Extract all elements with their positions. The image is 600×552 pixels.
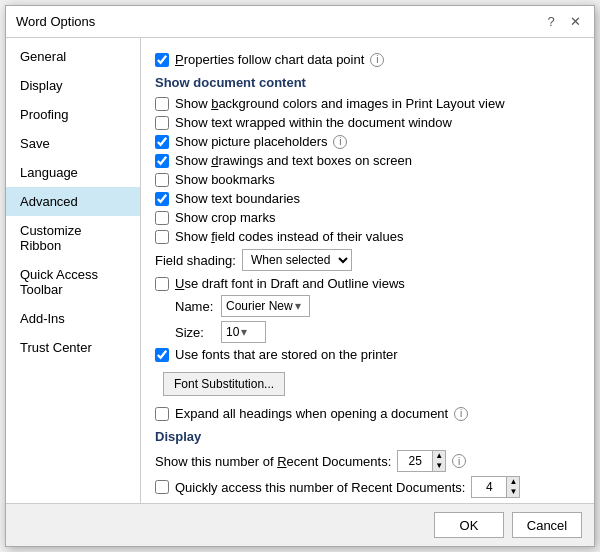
bookmarks-checkbox[interactable] [155,173,169,187]
expand-headings-row: Expand all headings when opening a docum… [155,406,580,421]
sidebar-item-trust-center[interactable]: Trust Center [6,333,140,362]
text-wrap-label[interactable]: Show text wrapped within the document wi… [175,115,452,130]
crop-marks-label[interactable]: Show crop marks [175,210,275,225]
close-button[interactable]: ✕ [566,13,584,31]
bookmarks-row: Show bookmarks [155,172,580,187]
sidebar-item-proofing[interactable]: Proofing [6,100,140,129]
recent-docs-input[interactable] [397,450,432,472]
draft-font-checkbox[interactable] [155,277,169,291]
bookmarks-label[interactable]: Show bookmarks [175,172,275,187]
font-substitution-button[interactable]: Font Substitution... [163,372,285,396]
quick-access-recent-checkbox[interactable] [155,480,169,494]
recent-docs-up-btn[interactable]: ▲ [433,451,445,461]
use-fonts-printer-row: Use fonts that are stored on the printer [155,347,580,362]
sidebar: General Display Proofing Save Language A… [6,38,141,503]
quick-access-spinner: ▲ ▼ [506,476,520,498]
recent-docs-down-btn[interactable]: ▼ [433,461,445,471]
recent-docs-row: Show this number of Recent Documents: ▲ … [155,450,580,472]
drawings-label[interactable]: Show drawings and text boxes on screen [175,153,412,168]
text-wrap-checkbox[interactable] [155,116,169,130]
sidebar-item-language[interactable]: Language [6,158,140,187]
font-name-dropdown-icon[interactable]: ▾ [295,299,305,313]
expand-headings-info-icon: i [454,407,468,421]
field-shading-row: Field shading: When selected Always Neve… [155,249,580,271]
font-size-dropdown-icon[interactable]: ▾ [241,325,251,339]
word-options-dialog: Word Options ? ✕ General Display Proofin… [5,5,595,547]
display-section-header: Display [155,429,580,444]
font-size-label: Size: [175,325,215,340]
pic-placeholders-checkbox[interactable] [155,135,169,149]
crop-marks-row: Show crop marks [155,210,580,225]
expand-headings-label[interactable]: Expand all headings when opening a docum… [175,406,448,421]
properties-chart-label[interactable]: Properties follow chart data point [175,52,364,67]
quick-access-field: ▲ ▼ [471,476,520,498]
draft-font-label[interactable]: Use draft font in Draft and Outline view… [175,276,405,291]
expand-headings-checkbox[interactable] [155,407,169,421]
ok-button[interactable]: OK [434,512,504,538]
draft-font-row: Use draft font in Draft and Outline view… [155,276,580,291]
font-name-input[interactable]: Courier New ▾ [221,295,310,317]
use-fonts-printer-label[interactable]: Use fonts that are stored on the printer [175,347,398,362]
sidebar-item-save[interactable]: Save [6,129,140,158]
sidebar-item-advanced[interactable]: Advanced [6,187,140,216]
field-codes-label[interactable]: Show field codes instead of their values [175,229,403,244]
quick-access-up-btn[interactable]: ▲ [507,477,519,487]
field-codes-row: Show field codes instead of their values [155,229,580,244]
properties-row: Properties follow chart data point i [155,52,580,67]
help-button[interactable]: ? [542,13,560,31]
quick-access-input[interactable] [471,476,506,498]
font-size-row: Size: 10 ▾ [175,321,580,343]
recent-docs-info-icon: i [452,454,466,468]
dialog-body: General Display Proofing Save Language A… [6,38,594,503]
sidebar-item-customize-ribbon[interactable]: Customize Ribbon [6,216,140,260]
text-boundaries-checkbox[interactable] [155,192,169,206]
title-buttons: ? ✕ [542,13,584,31]
dialog-title: Word Options [16,14,95,29]
pic-placeholders-info-icon: i [333,135,347,149]
text-wrap-row: Show text wrapped within the document wi… [155,115,580,130]
properties-chart-checkbox[interactable] [155,53,169,67]
sidebar-item-quick-access[interactable]: Quick Access Toolbar [6,260,140,304]
font-name-value: Courier New [226,299,293,313]
use-fonts-printer-checkbox[interactable] [155,348,169,362]
drawings-checkbox[interactable] [155,154,169,168]
properties-info-icon: i [370,53,384,67]
recent-docs-spinner: ▲ ▼ [432,450,446,472]
pic-placeholders-row: Show picture placeholders i [155,134,580,149]
font-name-label: Name: [175,299,215,314]
field-codes-checkbox[interactable] [155,230,169,244]
show-document-header: Show document content [155,75,580,90]
font-size-value: 10 [226,325,239,339]
font-size-input[interactable]: 10 ▾ [221,321,266,343]
title-bar: Word Options ? ✕ [6,6,594,38]
bg-colors-row: Show background colors and images in Pri… [155,96,580,111]
field-shading-label: Field shading: [155,253,236,268]
quick-access-down-btn[interactable]: ▼ [507,487,519,497]
drawings-row: Show drawings and text boxes on screen [155,153,580,168]
text-boundaries-label[interactable]: Show text boundaries [175,191,300,206]
quick-access-recent-label[interactable]: Quickly access this number of Recent Doc… [175,480,465,495]
sidebar-item-general[interactable]: General [6,42,140,71]
sidebar-item-display[interactable]: Display [6,71,140,100]
field-shading-select[interactable]: When selected Always Never [242,249,352,271]
main-content: Properties follow chart data point i Sho… [141,38,594,503]
dialog-footer: OK Cancel [6,503,594,546]
font-name-row: Name: Courier New ▾ [175,295,580,317]
pic-placeholders-label[interactable]: Show picture placeholders [175,134,327,149]
sidebar-item-add-ins[interactable]: Add-Ins [6,304,140,333]
font-subst-row: Font Substitution... [159,366,580,402]
text-boundaries-row: Show text boundaries [155,191,580,206]
recent-docs-field: ▲ ▼ [397,450,446,472]
recent-docs-label: Show this number of Recent Documents: [155,454,391,469]
bg-colors-label[interactable]: Show background colors and images in Pri… [175,96,505,111]
crop-marks-checkbox[interactable] [155,211,169,225]
cancel-button[interactable]: Cancel [512,512,582,538]
quick-access-recent-row: Quickly access this number of Recent Doc… [155,476,580,498]
bg-colors-checkbox[interactable] [155,97,169,111]
